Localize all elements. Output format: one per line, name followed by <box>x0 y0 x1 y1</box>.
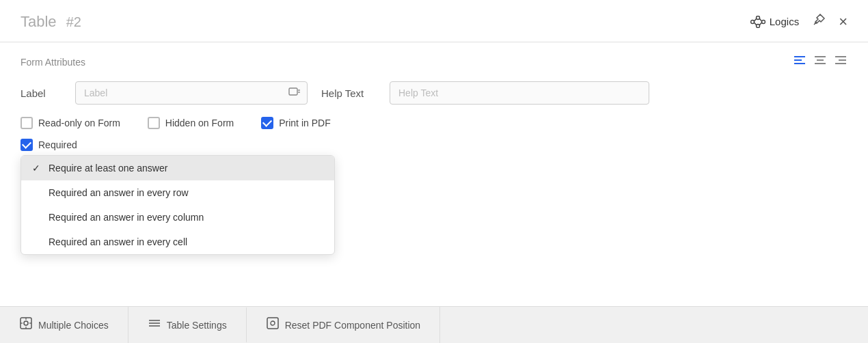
dropdown-item-at-least-one[interactable]: ✓ Require at least one answer <box>21 156 334 180</box>
panel: Table #2 Logics <box>0 0 868 343</box>
help-text-label: Help Text <box>321 87 376 99</box>
title-text: Table <box>21 13 57 30</box>
hidden-label: Hidden on Form <box>165 118 234 128</box>
bottom-tabs: Multiple Choices Table Settings Reset PD… <box>0 306 868 343</box>
readonly-checkbox[interactable] <box>21 117 33 129</box>
check-mark-icon: ✓ <box>32 163 43 174</box>
logics-button[interactable]: Logics <box>750 16 799 28</box>
print-pdf-checkbox-item[interactable]: Print in PDF <box>261 117 330 129</box>
required-row: Required ✓ Require at least one answer R… <box>21 139 847 151</box>
svg-rect-30 <box>267 318 278 329</box>
dropdown-item-every-row[interactable]: Required an answer in every row <box>21 180 334 205</box>
readonly-label: Read-only on Form <box>38 118 120 128</box>
label-field-label: Label <box>21 87 62 99</box>
label-helptext-row: Label Help Text <box>21 81 847 105</box>
align-left-icon[interactable] <box>793 55 806 69</box>
pin-icon <box>811 12 826 27</box>
pin-button[interactable] <box>811 12 826 31</box>
required-checkbox-item[interactable]: Required <box>21 139 77 151</box>
hidden-checkbox[interactable] <box>148 117 160 129</box>
multiple-choices-icon <box>19 316 33 333</box>
tab-table-settings[interactable]: Table Settings <box>128 307 247 342</box>
readonly-checkbox-item[interactable]: Read-only on Form <box>21 117 120 129</box>
dropdown-item-every-column[interactable]: Required an answer in every column <box>21 205 334 230</box>
print-pdf-label: Print in PDF <box>279 118 330 128</box>
panel-title: Table #2 <box>21 13 81 31</box>
svg-line-5 <box>754 23 756 25</box>
align-center-icon[interactable] <box>813 55 827 69</box>
tab-reset-pdf[interactable]: Reset PDF Component Position <box>247 307 440 343</box>
header-actions: Logics × <box>750 12 847 31</box>
dropdown-option-label: Required an answer in every cell <box>49 236 187 247</box>
table-settings-icon <box>148 317 161 333</box>
section-title: Form Attributes <box>21 57 85 68</box>
label-input[interactable] <box>75 81 308 105</box>
dropdown-option-label: Require at least one answer <box>49 163 167 174</box>
required-dropdown-menu: ✓ Require at least one answer Required a… <box>21 155 335 255</box>
dropdown-item-every-cell[interactable]: Required an answer in every cell <box>21 230 334 254</box>
svg-point-1 <box>756 16 759 19</box>
print-pdf-checkbox[interactable] <box>261 117 273 129</box>
svg-line-7 <box>759 23 761 25</box>
alignment-controls <box>793 55 847 69</box>
svg-point-0 <box>750 20 754 23</box>
reset-pdf-icon <box>266 316 280 333</box>
close-button[interactable]: × <box>839 13 847 31</box>
tab-multiple-choices-label: Multiple Choices <box>38 320 109 331</box>
align-right-icon[interactable] <box>834 55 847 69</box>
dropdown-option-label: Required an answer in every row <box>49 187 189 198</box>
label-input-wrapper <box>75 81 308 105</box>
form-attributes-section: Form Attributes <box>0 42 868 151</box>
required-label: Required <box>38 139 77 150</box>
svg-point-22 <box>24 321 28 325</box>
svg-point-31 <box>271 321 275 325</box>
logics-icon <box>750 16 765 28</box>
help-text-input[interactable] <box>390 81 649 105</box>
checkboxes-row: Read-only on Form Hidden on Form Print i… <box>21 117 847 129</box>
tab-multiple-choices[interactable]: Multiple Choices <box>0 307 128 343</box>
section-header: Form Attributes <box>21 55 847 69</box>
svg-point-2 <box>756 24 759 27</box>
title-number: #2 <box>66 14 81 29</box>
svg-line-4 <box>754 18 756 21</box>
svg-line-6 <box>759 18 761 21</box>
logics-label: Logics <box>770 16 799 27</box>
required-checkbox[interactable] <box>21 139 33 151</box>
header: Table #2 Logics <box>0 0 868 42</box>
dropdown-option-label: Required an answer in every column <box>49 212 204 223</box>
close-icon: × <box>839 13 847 30</box>
svg-point-3 <box>761 20 765 23</box>
tab-table-settings-label: Table Settings <box>167 320 227 331</box>
hidden-checkbox-item[interactable]: Hidden on Form <box>148 117 234 129</box>
tab-reset-pdf-label: Reset PDF Component Position <box>285 320 420 331</box>
